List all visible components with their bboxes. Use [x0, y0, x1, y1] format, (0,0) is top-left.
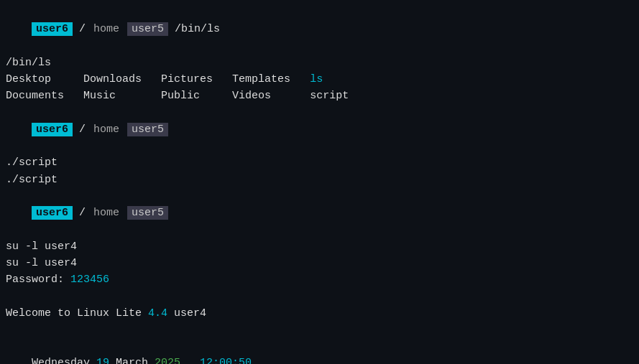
prompt-user-1: user6 — [32, 22, 73, 36]
password-label: Password: — [6, 274, 70, 286]
password-value: 123456 — [70, 274, 109, 286]
prompt-line-1: user6 / home user5 /bin/ls — [6, 4, 633, 55]
prompt-home-2: home — [92, 123, 121, 136]
dir-pictures: Pictures — [161, 73, 232, 85]
day-num: 19 — [96, 357, 109, 364]
month-label: March — [109, 357, 155, 364]
prompt-dir-1: user5 — [127, 22, 168, 36]
welcome-user: user4 — [167, 307, 206, 319]
output-script-1: ./script — [6, 154, 633, 171]
dir-ls: ls — [310, 73, 323, 85]
terminal: user6 / home user5 /bin/ls /bin/ls Deskt… — [0, 0, 639, 364]
output-script-2: ./script — [6, 172, 633, 188]
welcome-line: Welcome to Linux Lite 4.4 user4 — [6, 305, 633, 322]
prompt-home-1: home — [92, 23, 121, 35]
prompt-home-3: home — [92, 207, 121, 219]
command-1: /bin/ls — [175, 23, 220, 35]
prompt-line-3: user6 / home user5 — [6, 188, 633, 238]
datetime-line: Wednesday 19 March 2025, 12:00:50 — [6, 338, 633, 364]
output-dirs-2: Documents Music Public Videos script — [6, 88, 633, 104]
welcome-version: 4.4 — [148, 307, 167, 319]
dir-downloads: Downloads — [83, 73, 161, 85]
dir-public: Public — [161, 90, 232, 102]
prompt-dir-2: user5 — [127, 123, 168, 136]
dir-documents: Documents — [6, 90, 83, 102]
output-binls: /bin/ls — [6, 55, 633, 71]
year-val: 2025 — [155, 357, 180, 364]
prompt-dir-3: user5 — [127, 206, 168, 220]
output-su-1: su -l user4 — [6, 238, 633, 255]
empty-line-2 — [6, 322, 633, 338]
output-password: Password: 123456 — [6, 271, 633, 288]
dir-desktop: Desktop — [6, 73, 83, 85]
prompt-line-2: user6 / home user5 — [6, 105, 633, 155]
dir-script: script — [310, 90, 349, 102]
prompt-user-2: user6 — [32, 123, 73, 136]
prompt-user-3: user6 — [32, 206, 73, 220]
comma: , — [180, 357, 193, 364]
output-dirs-1: Desktop Downloads Pictures Templates ls — [6, 71, 633, 88]
empty-line-1 — [6, 288, 633, 304]
dir-videos: Videos — [232, 90, 310, 102]
output-su-2: su -l user4 — [6, 255, 633, 271]
time-val: 12:00:50 — [193, 357, 252, 364]
welcome-text: Welcome to Linux Lite — [6, 307, 148, 319]
dir-templates: Templates — [232, 73, 310, 85]
day-label: Wednesday — [32, 357, 96, 364]
dir-music: Music — [83, 90, 161, 102]
